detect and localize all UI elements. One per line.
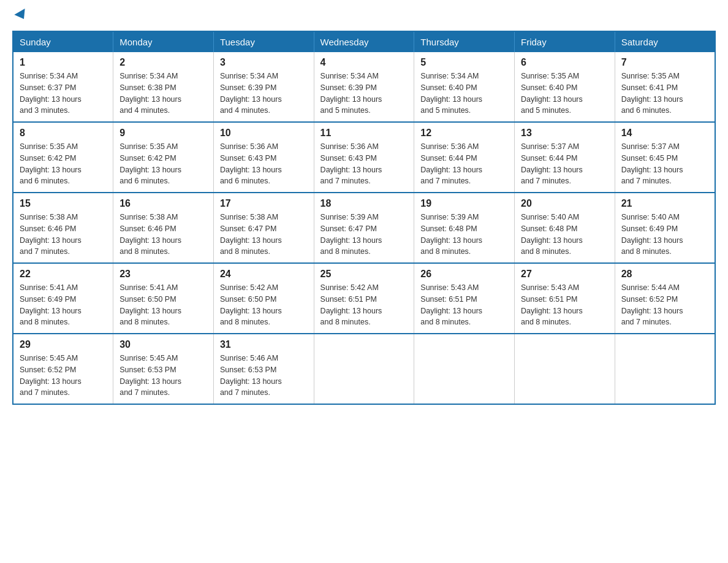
- day-info: Sunrise: 5:42 AM Sunset: 6:50 PM Dayligh…: [220, 282, 308, 328]
- day-number: 7: [621, 57, 708, 68]
- day-number: 19: [420, 198, 508, 209]
- calendar-cell: 22 Sunrise: 5:41 AM Sunset: 6:49 PM Dayl…: [13, 263, 113, 334]
- day-number: 28: [621, 269, 708, 280]
- day-number: 12: [420, 128, 508, 139]
- day-info: Sunrise: 5:35 AM Sunset: 6:42 PM Dayligh…: [20, 141, 107, 187]
- col-header-monday: Monday: [113, 31, 214, 52]
- day-info: Sunrise: 5:36 AM Sunset: 6:44 PM Dayligh…: [420, 141, 508, 187]
- calendar-cell: 27 Sunrise: 5:43 AM Sunset: 6:51 PM Dayl…: [515, 263, 615, 334]
- day-info: Sunrise: 5:40 AM Sunset: 6:48 PM Dayligh…: [521, 212, 609, 258]
- day-info: Sunrise: 5:43 AM Sunset: 6:51 PM Dayligh…: [420, 282, 508, 328]
- day-number: 25: [320, 269, 408, 280]
- day-number: 9: [119, 128, 207, 139]
- day-info: Sunrise: 5:43 AM Sunset: 6:51 PM Dayligh…: [521, 282, 609, 328]
- calendar-cell: [615, 334, 715, 404]
- calendar-cell: 9 Sunrise: 5:35 AM Sunset: 6:42 PM Dayli…: [113, 122, 214, 193]
- day-number: 5: [420, 57, 508, 68]
- day-number: 14: [621, 128, 708, 139]
- page-header: [12, 12, 716, 21]
- calendar-cell: 12 Sunrise: 5:36 AM Sunset: 6:44 PM Dayl…: [414, 122, 515, 193]
- day-number: 8: [20, 128, 107, 139]
- day-info: Sunrise: 5:34 AM Sunset: 6:40 PM Dayligh…: [420, 71, 508, 117]
- day-info: Sunrise: 5:42 AM Sunset: 6:51 PM Dayligh…: [320, 282, 408, 328]
- calendar-cell: 8 Sunrise: 5:35 AM Sunset: 6:42 PM Dayli…: [13, 122, 113, 193]
- calendar-header-row: SundayMondayTuesdayWednesdayThursdayFrid…: [13, 31, 715, 52]
- day-number: 4: [320, 57, 408, 68]
- day-info: Sunrise: 5:35 AM Sunset: 6:40 PM Dayligh…: [521, 71, 609, 117]
- day-info: Sunrise: 5:36 AM Sunset: 6:43 PM Dayligh…: [320, 141, 408, 187]
- day-number: 11: [320, 128, 408, 139]
- day-number: 27: [521, 269, 609, 280]
- calendar-week-row: 15 Sunrise: 5:38 AM Sunset: 6:46 PM Dayl…: [13, 193, 715, 263]
- calendar-week-row: 22 Sunrise: 5:41 AM Sunset: 6:49 PM Dayl…: [13, 263, 715, 334]
- day-info: Sunrise: 5:34 AM Sunset: 6:39 PM Dayligh…: [320, 71, 408, 117]
- calendar-cell: 30 Sunrise: 5:45 AM Sunset: 6:53 PM Dayl…: [113, 334, 214, 404]
- day-number: 31: [220, 339, 308, 350]
- calendar-cell: 4 Sunrise: 5:34 AM Sunset: 6:39 PM Dayli…: [314, 52, 414, 122]
- day-number: 22: [20, 269, 107, 280]
- col-header-sunday: Sunday: [13, 31, 113, 52]
- day-info: Sunrise: 5:36 AM Sunset: 6:43 PM Dayligh…: [220, 141, 308, 187]
- day-info: Sunrise: 5:35 AM Sunset: 6:42 PM Dayligh…: [119, 141, 207, 187]
- col-header-thursday: Thursday: [414, 31, 515, 52]
- day-info: Sunrise: 5:41 AM Sunset: 6:49 PM Dayligh…: [20, 282, 107, 328]
- day-number: 30: [119, 339, 207, 350]
- day-info: Sunrise: 5:44 AM Sunset: 6:52 PM Dayligh…: [621, 282, 708, 328]
- day-info: Sunrise: 5:38 AM Sunset: 6:46 PM Dayligh…: [119, 212, 207, 258]
- day-number: 15: [20, 198, 107, 209]
- day-number: 21: [621, 198, 708, 209]
- day-number: 2: [119, 57, 207, 68]
- logo: [12, 12, 26, 21]
- calendar-cell: 18 Sunrise: 5:39 AM Sunset: 6:47 PM Dayl…: [314, 193, 414, 263]
- day-info: Sunrise: 5:34 AM Sunset: 6:39 PM Dayligh…: [220, 71, 308, 117]
- day-number: 20: [521, 198, 609, 209]
- calendar-cell: 6 Sunrise: 5:35 AM Sunset: 6:40 PM Dayli…: [515, 52, 615, 122]
- calendar-table: SundayMondayTuesdayWednesdayThursdayFrid…: [12, 31, 716, 405]
- day-number: 10: [220, 128, 308, 139]
- calendar-cell: 16 Sunrise: 5:38 AM Sunset: 6:46 PM Dayl…: [113, 193, 214, 263]
- day-info: Sunrise: 5:34 AM Sunset: 6:37 PM Dayligh…: [20, 71, 107, 117]
- day-number: 3: [220, 57, 308, 68]
- day-info: Sunrise: 5:39 AM Sunset: 6:48 PM Dayligh…: [420, 212, 508, 258]
- day-info: Sunrise: 5:39 AM Sunset: 6:47 PM Dayligh…: [320, 212, 408, 258]
- day-info: Sunrise: 5:37 AM Sunset: 6:44 PM Dayligh…: [521, 141, 609, 187]
- day-info: Sunrise: 5:37 AM Sunset: 6:45 PM Dayligh…: [621, 141, 708, 187]
- day-number: 26: [420, 269, 508, 280]
- calendar-cell: 20 Sunrise: 5:40 AM Sunset: 6:48 PM Dayl…: [515, 193, 615, 263]
- calendar-cell: 26 Sunrise: 5:43 AM Sunset: 6:51 PM Dayl…: [414, 263, 515, 334]
- calendar-cell: 11 Sunrise: 5:36 AM Sunset: 6:43 PM Dayl…: [314, 122, 414, 193]
- calendar-week-row: 8 Sunrise: 5:35 AM Sunset: 6:42 PM Dayli…: [13, 122, 715, 193]
- day-info: Sunrise: 5:45 AM Sunset: 6:52 PM Dayligh…: [20, 353, 107, 399]
- calendar-cell: 29 Sunrise: 5:45 AM Sunset: 6:52 PM Dayl…: [13, 334, 113, 404]
- col-header-saturday: Saturday: [615, 31, 715, 52]
- calendar-cell: 5 Sunrise: 5:34 AM Sunset: 6:40 PM Dayli…: [414, 52, 515, 122]
- calendar-cell: 15 Sunrise: 5:38 AM Sunset: 6:46 PM Dayl…: [13, 193, 113, 263]
- day-number: 29: [20, 339, 107, 350]
- calendar-cell: 17 Sunrise: 5:38 AM Sunset: 6:47 PM Dayl…: [213, 193, 314, 263]
- calendar-cell: 2 Sunrise: 5:34 AM Sunset: 6:38 PM Dayli…: [113, 52, 214, 122]
- calendar-week-row: 1 Sunrise: 5:34 AM Sunset: 6:37 PM Dayli…: [13, 52, 715, 122]
- calendar-cell: 28 Sunrise: 5:44 AM Sunset: 6:52 PM Dayl…: [615, 263, 715, 334]
- day-info: Sunrise: 5:38 AM Sunset: 6:46 PM Dayligh…: [20, 212, 107, 258]
- col-header-friday: Friday: [515, 31, 615, 52]
- calendar-cell: 24 Sunrise: 5:42 AM Sunset: 6:50 PM Dayl…: [213, 263, 314, 334]
- day-info: Sunrise: 5:45 AM Sunset: 6:53 PM Dayligh…: [119, 353, 207, 399]
- day-number: 1: [20, 57, 107, 68]
- calendar-cell: [314, 334, 414, 404]
- calendar-week-row: 29 Sunrise: 5:45 AM Sunset: 6:52 PM Dayl…: [13, 334, 715, 404]
- calendar-cell: 23 Sunrise: 5:41 AM Sunset: 6:50 PM Dayl…: [113, 263, 214, 334]
- calendar-cell: 25 Sunrise: 5:42 AM Sunset: 6:51 PM Dayl…: [314, 263, 414, 334]
- day-number: 18: [320, 198, 408, 209]
- calendar-cell: [414, 334, 515, 404]
- day-info: Sunrise: 5:38 AM Sunset: 6:47 PM Dayligh…: [220, 212, 308, 258]
- col-header-wednesday: Wednesday: [314, 31, 414, 52]
- calendar-cell: 1 Sunrise: 5:34 AM Sunset: 6:37 PM Dayli…: [13, 52, 113, 122]
- day-number: 17: [220, 198, 308, 209]
- day-number: 23: [119, 269, 207, 280]
- day-info: Sunrise: 5:34 AM Sunset: 6:38 PM Dayligh…: [119, 71, 207, 117]
- calendar-cell: 10 Sunrise: 5:36 AM Sunset: 6:43 PM Dayl…: [213, 122, 314, 193]
- calendar-cell: [515, 334, 615, 404]
- calendar-cell: 3 Sunrise: 5:34 AM Sunset: 6:39 PM Dayli…: [213, 52, 314, 122]
- calendar-cell: 14 Sunrise: 5:37 AM Sunset: 6:45 PM Dayl…: [615, 122, 715, 193]
- day-info: Sunrise: 5:40 AM Sunset: 6:49 PM Dayligh…: [621, 212, 708, 258]
